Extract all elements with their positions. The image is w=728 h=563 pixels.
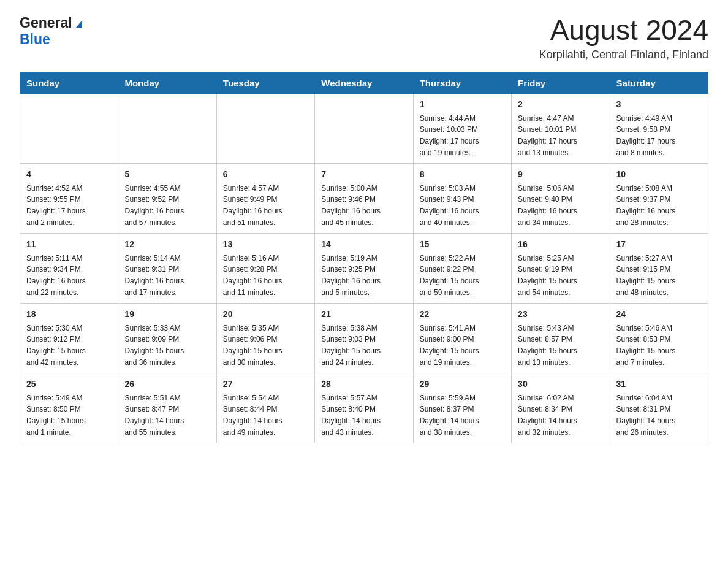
day-info: Sunrise: 5:33 AM Sunset: 9:09 PM Dayligh… [124,324,184,367]
day-info: Sunrise: 5:08 AM Sunset: 9:37 PM Dayligh… [616,184,676,227]
weekday-header-saturday: Saturday [610,72,708,93]
day-number: 11 [26,238,112,251]
day-info: Sunrise: 4:55 AM Sunset: 9:52 PM Dayligh… [124,184,184,227]
calendar-cell: 24Sunrise: 5:46 AM Sunset: 8:53 PM Dayli… [610,303,708,373]
day-info: Sunrise: 5:03 AM Sunset: 9:43 PM Dayligh… [420,184,479,227]
day-number: 30 [518,378,603,391]
calendar-cell: 27Sunrise: 5:54 AM Sunset: 8:44 PM Dayli… [216,373,314,443]
day-number: 6 [223,168,308,181]
day-number: 31 [616,378,702,391]
day-number: 15 [420,238,505,251]
day-number: 19 [124,308,210,321]
day-number: 18 [26,308,112,321]
month-year-title: August 2024 [539,15,708,46]
day-number: 4 [26,168,112,181]
day-number: 7 [321,168,406,181]
calendar-cell [118,93,216,163]
calendar-cell: 14Sunrise: 5:19 AM Sunset: 9:25 PM Dayli… [315,233,413,303]
calendar-cell: 6Sunrise: 4:57 AM Sunset: 9:49 PM Daylig… [216,163,314,233]
calendar-cell: 20Sunrise: 5:35 AM Sunset: 9:06 PM Dayli… [216,303,314,373]
day-info: Sunrise: 4:44 AM Sunset: 10:03 PM Daylig… [420,114,479,157]
calendar-cell: 28Sunrise: 5:57 AM Sunset: 8:40 PM Dayli… [315,373,413,443]
calendar-cell: 25Sunrise: 5:49 AM Sunset: 8:50 PM Dayli… [20,373,118,443]
weekday-header-wednesday: Wednesday [315,72,413,93]
day-info: Sunrise: 5:16 AM Sunset: 9:28 PM Dayligh… [223,254,282,297]
calendar-cell: 23Sunrise: 5:43 AM Sunset: 8:57 PM Dayli… [512,303,610,373]
weekday-header-monday: Monday [118,72,216,93]
day-number: 24 [616,308,702,321]
logo-general-text: General [20,15,72,31]
calendar-cell: 29Sunrise: 5:59 AM Sunset: 8:37 PM Dayli… [413,373,511,443]
calendar-cell: 21Sunrise: 5:38 AM Sunset: 9:03 PM Dayli… [315,303,413,373]
day-info: Sunrise: 5:06 AM Sunset: 9:40 PM Dayligh… [518,184,577,227]
day-info: Sunrise: 5:51 AM Sunset: 8:47 PM Dayligh… [124,394,184,437]
day-number: 27 [223,378,308,391]
day-number: 3 [616,98,702,111]
day-info: Sunrise: 6:02 AM Sunset: 8:34 PM Dayligh… [518,394,577,437]
calendar-cell: 15Sunrise: 5:22 AM Sunset: 9:22 PM Dayli… [413,233,511,303]
day-info: Sunrise: 4:49 AM Sunset: 9:58 PM Dayligh… [616,114,676,157]
calendar-week-row: 25Sunrise: 5:49 AM Sunset: 8:50 PM Dayli… [20,373,708,443]
title-block: August 2024 Korpilahti, Central Finland,… [539,15,708,61]
calendar-cell: 12Sunrise: 5:14 AM Sunset: 9:31 PM Dayli… [118,233,216,303]
weekday-header-sunday: Sunday [20,72,118,93]
day-number: 23 [518,308,603,321]
calendar-cell: 22Sunrise: 5:41 AM Sunset: 9:00 PM Dayli… [413,303,511,373]
day-number: 16 [518,238,603,251]
day-info: Sunrise: 5:59 AM Sunset: 8:37 PM Dayligh… [420,394,479,437]
day-number: 1 [420,98,505,111]
day-info: Sunrise: 5:25 AM Sunset: 9:19 PM Dayligh… [518,254,577,297]
calendar-cell: 2Sunrise: 4:47 AM Sunset: 10:01 PM Dayli… [512,93,610,163]
calendar-cell: 19Sunrise: 5:33 AM Sunset: 9:09 PM Dayli… [118,303,216,373]
day-info: Sunrise: 5:54 AM Sunset: 8:44 PM Dayligh… [223,394,282,437]
day-info: Sunrise: 5:27 AM Sunset: 9:15 PM Dayligh… [616,254,676,297]
day-info: Sunrise: 5:49 AM Sunset: 8:50 PM Dayligh… [26,394,86,437]
day-number: 17 [616,238,702,251]
logo-triangle-icon [74,18,85,29]
day-number: 25 [26,378,112,391]
weekday-header-friday: Friday [512,72,610,93]
calendar-cell [216,93,314,163]
calendar-cell: 11Sunrise: 5:11 AM Sunset: 9:34 PM Dayli… [20,233,118,303]
day-info: Sunrise: 4:52 AM Sunset: 9:55 PM Dayligh… [26,184,86,227]
calendar-cell: 31Sunrise: 6:04 AM Sunset: 8:31 PM Dayli… [610,373,708,443]
calendar-cell: 26Sunrise: 5:51 AM Sunset: 8:47 PM Dayli… [118,373,216,443]
calendar-cell: 7Sunrise: 5:00 AM Sunset: 9:46 PM Daylig… [315,163,413,233]
day-number: 21 [321,308,406,321]
calendar-cell: 8Sunrise: 5:03 AM Sunset: 9:43 PM Daylig… [413,163,511,233]
calendar-week-row: 4Sunrise: 4:52 AM Sunset: 9:55 PM Daylig… [20,163,708,233]
svg-marker-0 [76,20,82,28]
calendar-cell: 9Sunrise: 5:06 AM Sunset: 9:40 PM Daylig… [512,163,610,233]
day-number: 28 [321,378,406,391]
day-number: 14 [321,238,406,251]
day-info: Sunrise: 5:43 AM Sunset: 8:57 PM Dayligh… [518,324,577,367]
page-header: General Blue August 2024 Korpilahti, Cen… [20,15,708,61]
calendar-cell: 13Sunrise: 5:16 AM Sunset: 9:28 PM Dayli… [216,233,314,303]
calendar-cell: 5Sunrise: 4:55 AM Sunset: 9:52 PM Daylig… [118,163,216,233]
day-info: Sunrise: 5:19 AM Sunset: 9:25 PM Dayligh… [321,254,381,297]
day-number: 22 [420,308,505,321]
calendar-week-row: 11Sunrise: 5:11 AM Sunset: 9:34 PM Dayli… [20,233,708,303]
day-info: Sunrise: 5:22 AM Sunset: 9:22 PM Dayligh… [420,254,479,297]
calendar-header-row: SundayMondayTuesdayWednesdayThursdayFrid… [20,72,708,93]
day-number: 5 [124,168,210,181]
day-info: Sunrise: 5:14 AM Sunset: 9:31 PM Dayligh… [124,254,184,297]
day-number: 10 [616,168,702,181]
calendar-cell: 16Sunrise: 5:25 AM Sunset: 9:19 PM Dayli… [512,233,610,303]
calendar-cell [315,93,413,163]
day-info: Sunrise: 6:04 AM Sunset: 8:31 PM Dayligh… [616,394,676,437]
calendar-week-row: 1Sunrise: 4:44 AM Sunset: 10:03 PM Dayli… [20,93,708,163]
day-info: Sunrise: 5:41 AM Sunset: 9:00 PM Dayligh… [420,324,479,367]
day-number: 2 [518,98,603,111]
calendar-table: SundayMondayTuesdayWednesdayThursdayFrid… [20,72,708,443]
day-number: 8 [420,168,505,181]
location-subtitle: Korpilahti, Central Finland, Finland [539,48,708,61]
day-info: Sunrise: 5:00 AM Sunset: 9:46 PM Dayligh… [321,184,381,227]
day-number: 20 [223,308,308,321]
day-info: Sunrise: 5:30 AM Sunset: 9:12 PM Dayligh… [26,324,86,367]
day-info: Sunrise: 5:46 AM Sunset: 8:53 PM Dayligh… [616,324,676,367]
weekday-header-tuesday: Tuesday [216,72,314,93]
calendar-cell: 10Sunrise: 5:08 AM Sunset: 9:37 PM Dayli… [610,163,708,233]
day-number: 13 [223,238,308,251]
weekday-header-thursday: Thursday [413,72,511,93]
